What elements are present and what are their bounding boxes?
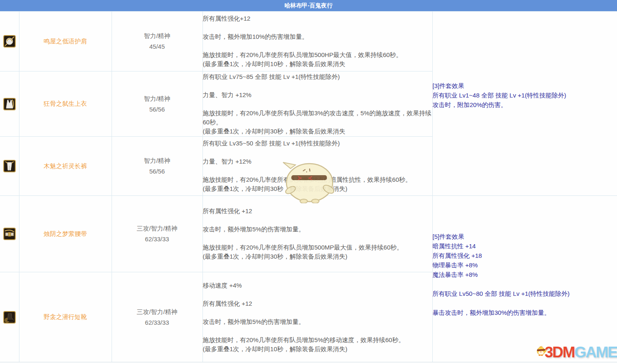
3dmgame-logo: 3DMGAME — [536, 339, 617, 363]
logo-text-3dm: 3DM — [545, 344, 574, 361]
page: 哈林布甲-百鬼夜行 鸣屋之低语护肩 智力/精神 45/45 所有属性强化+12 … — [0, 0, 617, 364]
pants-armor-icon — [3, 160, 16, 172]
chest-armor-icon — [3, 98, 16, 110]
item-icon-cell — [0, 137, 19, 196]
item-name: 鸣屋之低语护肩 — [19, 12, 112, 71]
item-name: 狂骨之弑生上衣 — [19, 71, 112, 137]
item-effects: 所有属性强化+12 攻击时，额外增加10%的伤害增加量。 施放技能时，有20%几… — [202, 12, 432, 71]
equipment-table: 哈林布甲-百鬼夜行 鸣屋之低语护肩 智力/精神 45/45 所有属性强化+12 … — [0, 0, 617, 362]
table-row: 烛阴之梦萦腰带 三攻/智力/精神 62/33/33 所有属性强化 +12 攻击时… — [0, 196, 617, 272]
belt-armor-icon — [3, 228, 16, 240]
item-effects: 移动速度 +4% 所有属性强化 +12 攻击时，额外增加5%的伤害增加量。 施放… — [202, 272, 432, 362]
item-stats: 智力/精神 56/56 — [112, 137, 202, 196]
item-icon-cell — [0, 272, 19, 362]
item-name: 烛阴之梦萦腰带 — [19, 196, 112, 272]
set-effect-5pc: [5]件套效果 暗属性抗性 +14 所有属性强化 +18 物理暴击率 +8% 魔… — [432, 196, 617, 362]
item-effects: 所有属性强化 +12 攻击时，额外增加5%的伤害增加量。 施放技能时，有20%几… — [202, 196, 432, 272]
item-stats: 智力/精神 56/56 — [112, 71, 202, 137]
boots-armor-icon — [3, 311, 16, 324]
item-effects: 所有职业 Lv75~85 全部 技能 Lv +1(特性技能除外) 力量、智力 +… — [202, 71, 432, 137]
item-stats: 三攻/智力/精神 62/33/33 — [112, 196, 202, 272]
set-effect-3pc: [3]件套效果 所有职业 Lv1~48 全部 技能 Lv +1(特性技能除外) … — [432, 12, 617, 196]
item-icon-cell — [0, 12, 19, 71]
logo-text: 3DMGAME — [545, 345, 617, 360]
item-icon-cell — [0, 196, 19, 272]
logo-text-game: GAME — [574, 344, 617, 361]
item-name: 野衾之潜行短靴 — [19, 272, 112, 362]
item-icon-cell — [0, 71, 19, 137]
table-row: 鸣屋之低语护肩 智力/精神 45/45 所有属性强化+12 攻击时，额外增加10… — [0, 12, 617, 71]
item-effects: 所有职业 Lv35~50 全部 技能 Lv +1(特性技能除外) 力量、智力 +… — [202, 137, 432, 196]
item-name: 木魅之祈灵长裤 — [19, 137, 112, 196]
item-stats: 智力/精神 45/45 — [112, 12, 202, 71]
table-title: 哈林布甲-百鬼夜行 — [0, 0, 617, 12]
shoulder-armor-icon — [3, 35, 16, 48]
table-bottom-border — [0, 362, 617, 362]
item-stats: 三攻/智力/精神 62/33/33 — [112, 272, 202, 362]
